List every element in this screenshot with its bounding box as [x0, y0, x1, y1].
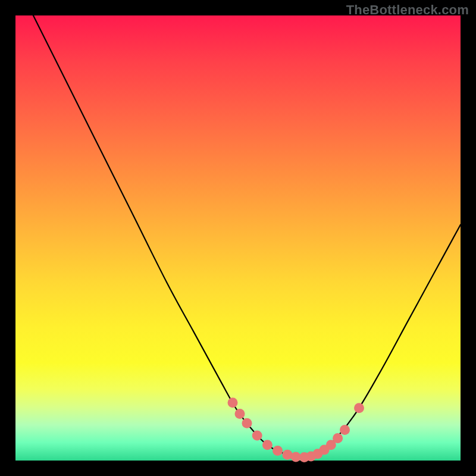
chart-curve	[33, 15, 461, 458]
marker-dot	[340, 425, 350, 435]
marker-dot	[283, 450, 293, 460]
marker-dot	[273, 446, 283, 456]
marker-dot	[235, 409, 245, 419]
marker-dot	[242, 418, 252, 428]
chart-markers	[228, 397, 365, 462]
marker-dot	[252, 431, 262, 441]
marker-dot	[262, 440, 273, 450]
chart-svg	[15, 15, 461, 461]
marker-dot	[354, 403, 364, 413]
marker-dot	[228, 397, 238, 408]
marker-dot	[333, 433, 343, 443]
